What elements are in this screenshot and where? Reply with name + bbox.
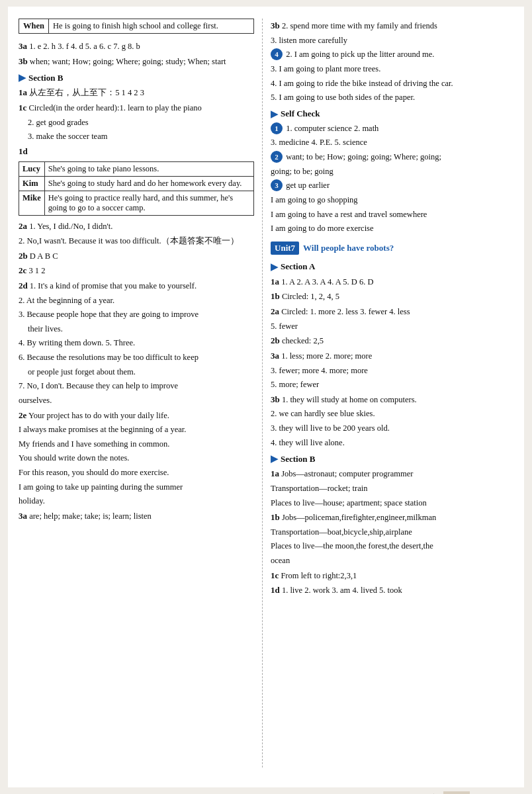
q1c-label: 1c — [19, 103, 26, 112]
section-b-title: ▶ Section B — [19, 72, 254, 83]
q2e-line3: You should write down the notes. — [19, 451, 254, 465]
q1c-content: Circled(in the order heard):1. learn to … — [28, 103, 201, 112]
sc-q1-circle: 1 — [271, 122, 283, 134]
u7-q3a-line3: 5. more; fewer — [271, 378, 513, 392]
q4-line1: 4 2. I am going to pick up the litter ar… — [271, 48, 513, 62]
q1a-content: 从左至右，从上至下：5 1 4 2 3 — [29, 88, 144, 97]
u7-section-b-title: ▶ Section B — [271, 453, 513, 464]
u7-q1d-line: 1d 1. live 2. work 3. am 4. lived 5. too… — [271, 583, 513, 597]
q3a-bottom-line: 3a are; help; make; take; is; learn; lis… — [19, 509, 254, 523]
q2d-line3: 3. Because people hope that they are goi… — [19, 308, 254, 322]
u7-q3a-line1: 3a 1. less; more 2. more; more — [271, 349, 513, 363]
u7-q1a-b-text1: Jobs—astronaut; computer programmer — [281, 469, 413, 478]
u7-q3b-line4: 4. they will live alone. — [271, 436, 513, 450]
q2b-label: 2b — [19, 251, 28, 261]
u7-section-a-label: Section A — [281, 261, 315, 272]
table-row: Kim She's going to study hard and do her… — [19, 177, 254, 191]
q4-line3: 4. I am going to ride the bike instead o… — [271, 77, 513, 91]
u7-q3b-line2: 2. we can hardly see blue skies. — [271, 407, 513, 421]
q3b-r-label: 3b — [271, 21, 280, 30]
q2b-line: 2b D A B C — [19, 249, 254, 263]
q2d-intro: 2d 1. It's a kind of promise that you ma… — [19, 279, 254, 293]
q1c-line3: 3. make the soccer team — [19, 130, 254, 144]
self-check-title: ▶ Self Check — [271, 109, 513, 120]
right-column: 3b 2. spend more time with my family and… — [263, 19, 513, 768]
u7-q1a-line: 1a 1. A 2. A 3. A 4. A 5. D 6. D — [271, 275, 513, 289]
lucy-label: Lucy — [19, 162, 45, 177]
unit7-box: Unit7 — [271, 242, 299, 255]
u7-q1a-b-label: 1a — [271, 468, 279, 478]
mike-content: He's going to practice really hard, and … — [44, 191, 253, 216]
q3a-label: 3a — [19, 41, 27, 51]
q1a-label: 1a — [19, 87, 27, 97]
q3b-line: 3b when; want; How; going; Where; going;… — [19, 54, 254, 69]
u7-q1b-b-label: 1b — [271, 512, 280, 522]
q2d-line5: 6. Because the resolutions may be too di… — [19, 351, 254, 365]
q2a-line2: 2. No,I wasn't. Because it was too diffi… — [19, 234, 254, 248]
sc-q2-text: want; to be; How; going; going; Where; g… — [286, 152, 441, 161]
when-table: When He is going to finish high school a… — [19, 19, 254, 34]
lucy-content: She's going to take piano lessons. — [44, 162, 253, 177]
when-content: He is going to finish high school and co… — [49, 19, 254, 34]
u7-q1b-line: 1b Circled: 1, 2, 4, 5 — [271, 289, 513, 304]
q2c-line: 2c 3 1 2 — [19, 263, 254, 278]
u7-section-b-arrow: ▶ — [271, 453, 278, 464]
u7-q1c-label: 1c — [271, 570, 279, 580]
q4-circle: 4 — [271, 48, 283, 60]
q3b-top-label: 3b 2. spend more time with my family and… — [271, 19, 513, 33]
u7-q2a-label: 2a — [271, 306, 279, 316]
q3a-bottom-label: 3a — [19, 511, 27, 521]
unit7-text: Will people have robots? — [303, 243, 394, 253]
q3b-label: 3b — [19, 56, 28, 66]
q2c-label: 2c — [19, 265, 26, 275]
u7-q3a-text1: 1. less; more 2. more; more — [281, 351, 372, 361]
u7-q2b-label: 2b — [271, 335, 280, 345]
footer-page: 261 — [443, 791, 470, 794]
u7-q3a-label: 3a — [271, 351, 279, 361]
u7-q3b-label: 3b — [271, 394, 280, 404]
q1c-line2: 2. get good grades — [19, 116, 254, 130]
q2d-line1: 1. It's a kind of promise that you make … — [30, 281, 197, 290]
kim-label: Kim — [19, 177, 45, 191]
u7-q1a-label: 1a — [271, 277, 279, 287]
u7-q2a-line1: 2a Circled: 1. more 2. less 3. fewer 4. … — [271, 304, 513, 319]
q2d-line6b: ourselves. — [19, 394, 254, 408]
u7-q3a-line2: 3. fewer; more 4. more; more — [271, 364, 513, 378]
u7-q1a-b-line1: 1a Jobs—astronaut; computer programmer — [271, 466, 513, 481]
q2e-intro: 2e Your project has to do with your dail… — [19, 408, 254, 423]
sc-q1-text1: 1. computer science 2. math — [286, 124, 378, 133]
q2d-line2: 2. At the beginning of a year. — [19, 294, 254, 308]
q2e-line5b: holiday. — [19, 494, 254, 508]
q2a-label: 2a — [19, 221, 27, 231]
q3b-r-line1: 2. spend more time with my family and fr… — [282, 21, 437, 30]
u7-q1b-b-line2: Transportation—boat,bicycle,ship,airplan… — [271, 525, 513, 539]
u7-q1b-label: 1b — [271, 291, 280, 301]
q2e-line4: For this reason, you should do more exer… — [19, 466, 254, 480]
q1d-table: Lucy She's going to take piano lessons. … — [19, 161, 254, 216]
left-column: When He is going to finish high school a… — [19, 19, 263, 768]
u7-q1c-line: 1c From left to right:2,3,1 — [271, 568, 513, 583]
sc-q3-line1: 3 get up earlier — [271, 179, 513, 193]
unit7-title: Unit7 Will people have robots? — [271, 242, 394, 255]
u7-q1d-label: 1d — [271, 585, 280, 595]
q1a-line: 1a 从左至右，从上至下：5 1 4 2 3 — [19, 85, 254, 100]
when-label: When — [19, 19, 49, 34]
self-check-label: Self Check — [281, 109, 320, 119]
u7-section-a-arrow: ▶ — [271, 261, 278, 273]
mike-label: Mike — [19, 191, 45, 216]
q2e-line2: My friends and I have something in commo… — [19, 437, 254, 451]
q2a-line1: 2a 1. Yes, I did./No, I didn't. — [19, 219, 254, 234]
sc-q1-line1: 1 1. computer science 2. math — [271, 122, 513, 136]
section-b-label: Section B — [28, 73, 63, 83]
q2d-line6: 7. No, I don't. Because they can help to… — [19, 379, 254, 393]
sc-q2-line1: 2 want; to be; How; going; going; Where;… — [271, 150, 513, 164]
u7-q3b-line3: 3. they will live to be 200 years old. — [271, 421, 513, 435]
q4-line4: 5. I am going to use both sides of the p… — [271, 91, 513, 105]
q4-text1: 2. I am going to pick up the litter arou… — [286, 50, 434, 59]
q1d-label: 1d — [19, 144, 254, 159]
sc-q3-text1: get up earlier — [286, 181, 330, 190]
u7-q1b-b-line3b: ocean — [271, 554, 513, 568]
u7-q1b-b-line3: Places to live—the moon,the forest,the d… — [271, 539, 513, 553]
u7-q1b-b-line1: 1b Jobs—policeman,firefighter,engineer,m… — [271, 510, 513, 525]
q3b-text: when; want; How; going; Where; going; st… — [30, 57, 226, 66]
